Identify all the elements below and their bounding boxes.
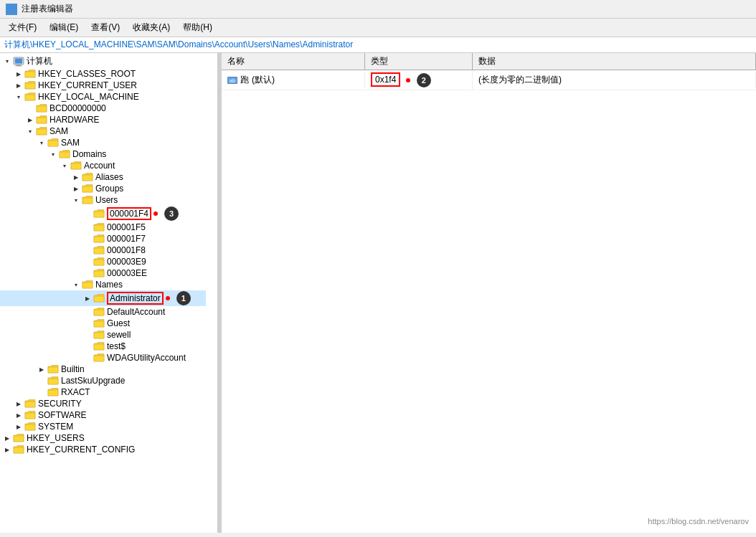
data-cell-name-default: ab 跑 (默认) xyxy=(222,72,365,88)
tree-item-sam2[interactable]: ▾ SAM xyxy=(0,137,206,148)
type-value-box: 0x1f4 xyxy=(371,72,400,87)
tree-item-000001f7[interactable]: 000001F7 xyxy=(0,233,206,244)
tree-item-hardware[interactable]: ▶ HARDWARE xyxy=(0,114,206,125)
app-icon xyxy=(6,4,17,15)
expand-icon-hkcc: ▶ xyxy=(1,447,13,453)
tree-item-bcd[interactable]: BCD00000000 xyxy=(0,103,206,114)
menu-file[interactable]: 文件(F) xyxy=(3,20,42,35)
menu-view[interactable]: 查看(V) xyxy=(85,20,126,35)
title-bar-text: 注册表编辑器 xyxy=(22,3,73,15)
folder-icon-hardware xyxy=(36,115,47,125)
col-header-data[interactable]: 数据 xyxy=(473,53,756,70)
tree-label-000001f4: 000001F4 xyxy=(107,207,151,220)
tree-label-system: SYSTEM xyxy=(38,422,73,432)
tree-label-tests: test$ xyxy=(107,341,126,351)
folder-icon-users xyxy=(82,195,93,205)
folder-icon-rxact xyxy=(47,387,59,397)
tree-item-hklm[interactable]: ▾ HKEY_LOCAL_MACHINE xyxy=(0,91,206,103)
tree-item-sewell[interactable]: sewell xyxy=(0,329,206,341)
folder-icon-security xyxy=(24,399,36,409)
tree-item-wdagutility[interactable]: WDAGUtilityAccount xyxy=(0,352,206,363)
data-cell-value-default: (长度为零的二进制值) xyxy=(473,72,756,88)
expand-icon-hkcu: ▶ xyxy=(13,82,24,89)
badge-3: 3 xyxy=(164,206,179,221)
tree-item-000003e9[interactable]: 000003E9 xyxy=(0,256,206,267)
tree-item-software[interactable]: ▶ SOFTWARE xyxy=(0,409,206,421)
dot-connector-2 xyxy=(406,78,410,82)
tree-label-security: SECURITY xyxy=(38,399,82,409)
tree-item-users[interactable]: ▾ Users xyxy=(0,194,206,206)
tree-item-aliases[interactable]: ▶ Aliases xyxy=(0,171,206,183)
folder-icon-hkcr xyxy=(24,69,36,79)
tree-item-rxact[interactable]: RXACT xyxy=(0,386,206,398)
dot-connector-3 xyxy=(153,212,158,216)
folder-icon-software xyxy=(24,410,36,420)
expand-icon-hardware: ▶ xyxy=(24,117,36,123)
dot-connector-1 xyxy=(166,296,170,300)
tree-label-defaultaccount: DefaultAccount xyxy=(107,307,165,317)
menu-edit[interactable]: 编辑(E) xyxy=(44,20,84,35)
folder-icon-hku xyxy=(13,433,24,443)
watermark: https://blog.csdn.net/venarov xyxy=(648,517,749,526)
folder-icon-000003ee xyxy=(93,268,105,278)
tree-item-000001f5[interactable]: 000001F5 xyxy=(0,222,206,233)
folder-icon-000001f7 xyxy=(93,234,105,244)
tree-item-administrator[interactable]: ▶ Administrator 1 xyxy=(0,290,206,306)
tree-item-hkcc[interactable]: ▶ HKEY_CURRENT_CONFIG xyxy=(0,444,206,455)
tree-item-hkcu[interactable]: ▶ HKEY_CURRENT_USER xyxy=(0,80,206,91)
folder-icon-account xyxy=(70,161,82,171)
tree-item-security[interactable]: ▶ SECURITY xyxy=(0,398,206,409)
menu-help[interactable]: 帮助(H) xyxy=(177,20,218,35)
tree-label-builtin: Builtin xyxy=(61,364,85,374)
tree-item-000001f4[interactable]: 000001F4 3 xyxy=(0,206,206,222)
tree-item-builtin[interactable]: ▶ Builtin xyxy=(0,363,206,375)
address-bar: 计算机\HKEY_LOCAL_MACHINE\SAM\SAM\Domains\A… xyxy=(0,37,756,53)
tree-item-hku[interactable]: ▶ HKEY_USERS xyxy=(0,432,206,444)
tree-item-lastsku[interactable]: LastSkuUpgrade xyxy=(0,375,206,386)
folder-icon-000001f5 xyxy=(93,222,105,232)
tree-item-tests[interactable]: test$ xyxy=(0,341,206,352)
expand-icon-aliases: ▶ xyxy=(70,174,82,181)
tree-item-system[interactable]: ▶ SYSTEM xyxy=(0,421,206,432)
title-bar: 注册表编辑器 xyxy=(0,0,756,19)
tree-label-hardware: HARDWARE xyxy=(49,115,100,125)
col-header-name[interactable]: 名称 xyxy=(222,53,365,70)
tree-label-hklm: HKEY_LOCAL_MACHINE xyxy=(38,92,139,102)
folder-icon-sam2 xyxy=(47,138,59,148)
tree-label-hku: HKEY_USERS xyxy=(27,433,85,443)
tree-item-account[interactable]: ▾ Account xyxy=(0,160,206,171)
tree-label-groups: Groups xyxy=(95,184,123,194)
tree-label-account: Account xyxy=(84,161,115,171)
folder-icon-hkcc xyxy=(13,445,24,455)
folder-icon-groups xyxy=(82,184,93,194)
tree-item-domains[interactable]: ▾ Domains xyxy=(0,148,206,160)
tree-item-defaultaccount[interactable]: DefaultAccount xyxy=(0,306,206,318)
data-row-default[interactable]: ab 跑 (默认) 0x1f4 2 (长度为零的二进制值) xyxy=(222,70,756,90)
tree-label-domains: Domains xyxy=(72,149,106,159)
expand-icon-builtin: ▶ xyxy=(36,366,47,373)
expand-icon-names: ▾ xyxy=(70,282,82,288)
expand-icon-sam: ▾ xyxy=(24,128,36,135)
tree-item-sam[interactable]: ▾ SAM xyxy=(0,125,206,137)
menu-favorites[interactable]: 收藏夹(A) xyxy=(127,20,176,35)
folder-icon-administrator xyxy=(93,293,105,303)
tree-label-lastsku: LastSkuUpgrade xyxy=(61,376,125,386)
tree-item-names[interactable]: ▾ Names xyxy=(0,279,206,290)
badge-2: 2 xyxy=(417,73,431,87)
tree-item-000001f8[interactable]: 000001F8 xyxy=(0,244,206,256)
col-header-type[interactable]: 类型 xyxy=(365,53,473,70)
tree-item-hkcr[interactable]: ▶ HKEY_CLASSES_ROOT xyxy=(0,68,206,80)
tree-item-groups[interactable]: ▶ Groups xyxy=(0,183,206,194)
main-layout: ▾ 计算机 ▶ HKEY_CLASSES_ROOT ▶ xyxy=(0,53,756,533)
tree-item-computer[interactable]: ▾ 计算机 xyxy=(0,54,206,68)
expand-icon-software: ▶ xyxy=(13,412,24,419)
tree-label-administrator: Administrator xyxy=(107,292,164,305)
tree-item-guest[interactable]: Guest xyxy=(0,318,206,329)
tree-panel[interactable]: ▾ 计算机 ▶ HKEY_CLASSES_ROOT ▶ xyxy=(0,53,219,533)
tree-label-000003e9: 000003E9 xyxy=(107,257,146,267)
value-icon: ab xyxy=(227,75,237,85)
tree-item-000003ee[interactable]: 000003EE xyxy=(0,267,206,279)
folder-icon-000001f8 xyxy=(93,245,105,255)
folder-icon-000001f4 xyxy=(93,209,105,219)
tree-label-hkcu: HKEY_CURRENT_USER xyxy=(38,80,137,90)
